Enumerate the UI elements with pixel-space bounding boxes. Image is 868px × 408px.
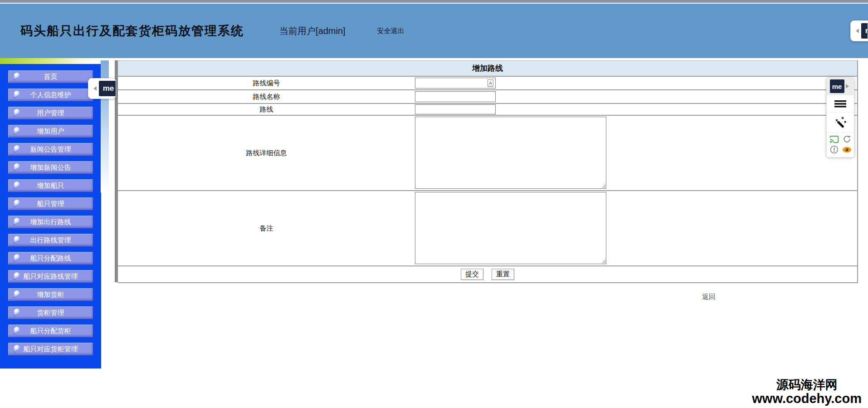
sidebar-menu-item[interactable]: 船只对应路线管理 (8, 270, 93, 283)
table-row: 路线编号 A (118, 77, 857, 90)
bulb-pin-icon (14, 272, 20, 278)
sidebar-menu-item[interactable]: 增加出行路线 (8, 216, 93, 228)
form-actions: 提交 重置 (118, 266, 857, 283)
sidebar-item-label: 船只分配路线 (30, 254, 71, 263)
route-detail-textarea[interactable] (415, 117, 606, 189)
me-logo: me (861, 23, 868, 39)
table-row: 路线 (118, 104, 857, 116)
bulb-pin-icon (14, 218, 20, 223)
current-user-label: 当前用户[admin] (279, 25, 346, 37)
top-stripe (0, 0, 868, 3)
extension-collapse-widget-left[interactable]: me (88, 78, 116, 99)
sidebar-item-label: 船只管理 (37, 200, 64, 208)
sidebar-item-label: 增加出行路线 (30, 218, 71, 226)
sidebar-menu-item[interactable]: 首页 (8, 70, 93, 83)
sidebar-item-label: 个人信息维护 (30, 91, 71, 99)
cast-icon (829, 135, 839, 143)
sidebar-menu-item[interactable]: 用户管理 (8, 107, 93, 119)
route-name-label: 路线名称 (118, 90, 415, 103)
sidebar-item-label: 增加货柜 (37, 290, 64, 299)
sidebar-item-label: 首页 (44, 73, 58, 81)
sidebar-nav: 首页 个人信息维护 用户管理 增加用户 新闻公告管理 增加新闻公告 增加船只 船… (0, 70, 101, 361)
watermark-url: www.codehy.com (752, 392, 862, 405)
extension-quick-actions (827, 132, 854, 157)
extension-toolbar: me (826, 77, 854, 157)
table-row: 路线详细信息 (118, 116, 857, 191)
sidebar-item-label: 货柜管理 (37, 309, 64, 317)
logout-link[interactable]: 安全退出 (377, 27, 405, 35)
bulb-pin-icon (14, 91, 20, 96)
refresh-icon (843, 135, 851, 143)
route-input[interactable] (415, 104, 496, 114)
bulb-pin-icon (14, 127, 20, 133)
sidebar-item-label: 新闻公告管理 (30, 145, 71, 154)
sidebar-menu-item[interactable]: 个人信息维护 (8, 88, 93, 101)
bulb-pin-icon (14, 182, 20, 187)
eye-button[interactable] (840, 144, 853, 155)
alert-button[interactable] (828, 144, 840, 155)
sidebar-item-label: 增加新闻公告 (30, 163, 71, 172)
bulb-pin-icon (14, 254, 20, 260)
hamburger-menu-icon (834, 99, 847, 108)
bulb-pin-icon (14, 309, 20, 314)
watermark: 源码海洋网 www.codehy.com (752, 378, 862, 405)
bulb-pin-icon (14, 290, 20, 296)
route-number-label: 路线编号 (118, 77, 415, 89)
sidebar: 首页 个人信息维护 用户管理 增加用户 新闻公告管理 增加新闻公告 增加船只 船… (0, 58, 101, 369)
sidebar-item-label: 出行路线管理 (30, 236, 71, 245)
bulb-pin-icon (14, 163, 20, 169)
route-number-input[interactable] (415, 78, 496, 88)
bulb-pin-icon (14, 327, 20, 332)
sidebar-menu-item[interactable]: 增加货柜 (8, 288, 93, 301)
expand-arrow-icon (846, 84, 851, 88)
watermark-site-name: 源码海洋网 (752, 378, 862, 392)
route-detail-label: 路线详细信息 (118, 116, 415, 190)
add-route-form: 增加路线 路线编号 A 路线名称 路线 路线详细信息 备注 (118, 60, 858, 283)
sidebar-item-label: 增加船只 (37, 182, 64, 190)
sidebar-menu-item[interactable]: 船只管理 (8, 197, 93, 210)
refresh-button[interactable] (840, 134, 853, 144)
route-label: 路线 (118, 104, 415, 115)
sidebar-item-label: 用户管理 (37, 109, 64, 118)
sidebar-menu-item[interactable]: 增加用户 (8, 125, 93, 138)
bulb-pin-icon (14, 73, 20, 78)
submit-button[interactable]: 提交 (461, 269, 483, 280)
magic-wand-icon (834, 116, 847, 129)
eye-icon (842, 146, 852, 153)
remark-label: 备注 (118, 191, 415, 265)
table-row: 路线名称 (118, 90, 857, 104)
bulb-pin-icon (14, 145, 20, 151)
bulb-pin-icon (14, 200, 20, 205)
extension-collapse-widget-right[interactable]: me (850, 20, 868, 41)
magic-wand-button[interactable] (827, 112, 854, 132)
reset-button[interactable]: 重置 (492, 269, 514, 280)
page-title: 码头船只出行及配套货柜码放管理系统 (20, 23, 244, 39)
me-logo: me (99, 81, 116, 96)
ime-addon-icon[interactable]: A (488, 79, 493, 87)
sidebar-menu-item[interactable]: 增加船只 (8, 179, 93, 192)
sidebar-menu-item[interactable]: 船只分配路线 (8, 252, 93, 265)
bulb-pin-icon (14, 109, 20, 114)
sidebar-menu-item[interactable]: 货柜管理 (8, 306, 93, 319)
sidebar-menu-item[interactable]: 增加新闻公告 (8, 161, 93, 174)
remark-textarea[interactable] (415, 192, 606, 264)
form-title: 增加路线 (118, 61, 857, 77)
cast-button[interactable] (828, 134, 840, 144)
table-row: 备注 (118, 191, 857, 266)
sidebar-menu-item[interactable]: 出行路线管理 (8, 234, 93, 246)
bulb-pin-icon (14, 345, 20, 350)
sidebar-menu-item[interactable]: 新闻公告管理 (8, 143, 93, 156)
bulb-pin-icon (14, 236, 20, 241)
sidebar-item-label: 增加用户 (37, 127, 64, 136)
collapse-arrow-icon (91, 86, 97, 91)
back-link[interactable]: 返回 (702, 293, 716, 301)
sidebar-menu-item[interactable]: 船只对应货柜管理 (8, 343, 93, 355)
collapse-arrow-icon (853, 29, 859, 33)
extension-logo-button[interactable]: me (827, 78, 854, 95)
sidebar-item-label: 船只对应路线管理 (24, 272, 78, 281)
sidebar-menu-item[interactable]: 船只分配货柜 (8, 324, 93, 337)
menu-button[interactable] (827, 95, 854, 112)
route-name-input[interactable] (415, 91, 496, 102)
exclamation-circle-icon (830, 145, 839, 154)
me-logo: me (830, 79, 844, 93)
